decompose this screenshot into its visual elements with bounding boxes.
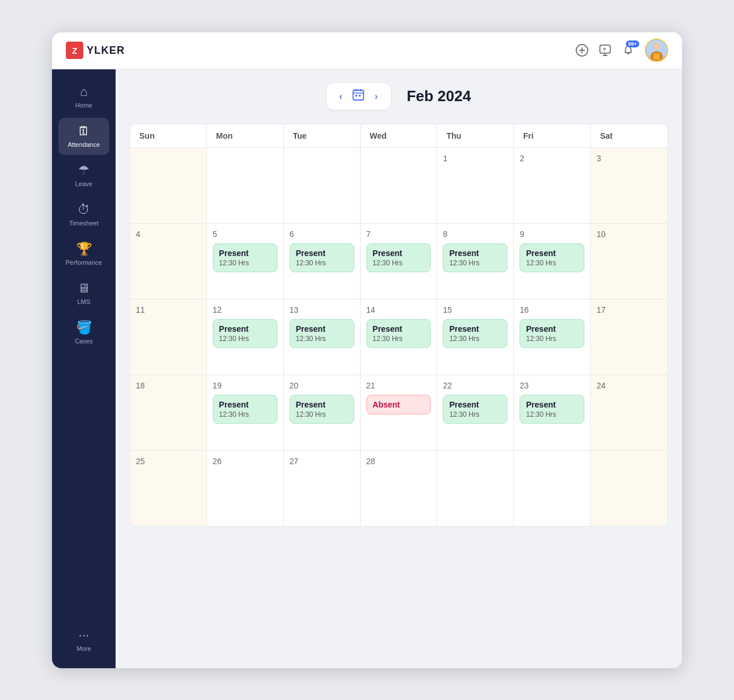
day-header-mon: Mon: [207, 124, 284, 147]
cal-cell: [514, 451, 591, 526]
day-header-sat: Sat: [591, 124, 668, 147]
calendar-icon: [351, 88, 365, 105]
event-time: 12:30 Hrs: [296, 259, 348, 267]
cal-cell: 24: [591, 375, 668, 450]
add-icon: [576, 44, 588, 57]
event-title: Present: [219, 324, 271, 334]
cal-cell: 1: [437, 148, 514, 223]
event-time: 12:30 Hrs: [373, 259, 425, 267]
event-card-present[interactable]: Present12:30 Hrs: [443, 395, 507, 424]
app-container: Z YLKER ?: [52, 32, 682, 668]
event-card-present[interactable]: Present12:30 Hrs: [213, 243, 277, 272]
help-icon: ?: [599, 44, 611, 57]
sidebar-item-attendance[interactable]: 🗓 Attendance: [58, 118, 109, 155]
cal-cell: 15Present12:30 Hrs: [437, 299, 514, 375]
event-card-present[interactable]: Present12:30 Hrs: [290, 319, 354, 348]
cell-date: 4: [136, 229, 201, 239]
cell-date: 17: [596, 305, 662, 314]
day-header-sun: Sun: [130, 124, 207, 147]
event-card-present[interactable]: Present12:30 Hrs: [520, 319, 584, 348]
sidebar-label-cases: Cases: [75, 338, 92, 345]
event-card-present[interactable]: Present12:30 Hrs: [213, 395, 277, 424]
prev-month-button[interactable]: ‹: [336, 90, 346, 103]
logo-text: YLKER: [87, 45, 125, 57]
next-month-button[interactable]: ›: [371, 90, 381, 103]
cell-date: 8: [443, 229, 507, 239]
event-card-present[interactable]: Present12:30 Hrs: [366, 319, 431, 348]
event-title: Present: [373, 324, 425, 334]
attendance-icon: 🗓: [77, 125, 90, 138]
sidebar-item-cases[interactable]: 🪣 Cases: [58, 314, 109, 351]
cal-cell: 27: [284, 451, 361, 526]
event-title: Present: [449, 249, 501, 258]
cal-row: 1112Present12:30 Hrs13Present12:30 Hrs14…: [130, 299, 668, 375]
cal-cell: [284, 148, 361, 223]
cal-cell: 9Present12:30 Hrs: [514, 224, 591, 299]
cell-date: 7: [366, 229, 431, 239]
cal-cell: 12Present12:30 Hrs: [207, 299, 284, 375]
calendar-header: ‹ › Feb 2024: [129, 83, 668, 110]
cal-cell: 18: [130, 375, 207, 450]
event-card-present[interactable]: Present12:30 Hrs: [443, 243, 507, 272]
calendar-rows: 12345Present12:30 Hrs6Present12:30 Hrs7P…: [130, 148, 668, 526]
event-title: Present: [526, 249, 578, 258]
sidebar-item-performance[interactable]: 🏆 Performance: [58, 236, 109, 273]
event-title: Present: [296, 400, 348, 409]
cell-date: 20: [290, 381, 354, 390]
month-year-title: Feb 2024: [407, 87, 471, 105]
cases-icon: 🪣: [76, 321, 92, 334]
cell-date: 15: [443, 305, 507, 314]
day-header-thu: Thu: [437, 124, 514, 147]
cal-row: 25262728: [130, 451, 668, 526]
cal-cell: 5Present12:30 Hrs: [207, 224, 284, 299]
cal-cell: 25: [130, 451, 207, 526]
cal-cell: 19Present12:30 Hrs: [207, 375, 284, 450]
add-button[interactable]: [576, 44, 588, 57]
event-title: Present: [526, 324, 578, 334]
cell-date: 14: [366, 305, 431, 314]
cal-cell: 2: [514, 148, 591, 223]
cell-date: 11: [136, 305, 201, 314]
avatar[interactable]: [645, 39, 668, 62]
sidebar-label-home: Home: [75, 102, 92, 109]
help-button[interactable]: ?: [599, 44, 611, 57]
cal-cell: 7Present12:30 Hrs: [361, 224, 438, 299]
event-time: 12:30 Hrs: [449, 335, 501, 343]
cell-date: 26: [213, 457, 277, 466]
sidebar-item-timesheet[interactable]: ⏱ Timesheet: [58, 197, 109, 234]
logo: Z YLKER: [66, 42, 125, 59]
event-time: 12:30 Hrs: [219, 335, 271, 343]
event-card-present[interactable]: Present12:30 Hrs: [366, 243, 431, 272]
event-card-present[interactable]: Present12:30 Hrs: [443, 319, 507, 348]
event-title: Present: [219, 400, 271, 409]
event-time: 12:30 Hrs: [219, 259, 271, 267]
cal-cell: [437, 451, 514, 526]
event-card-present[interactable]: Present12:30 Hrs: [520, 243, 584, 272]
sidebar-item-lms[interactable]: 🖥 LMS: [58, 275, 109, 312]
sidebar-item-leave[interactable]: ☂ Leave: [58, 157, 109, 194]
event-card-absent[interactable]: Absent: [366, 395, 431, 414]
cal-row: 45Present12:30 Hrs6Present12:30 Hrs7Pres…: [130, 224, 668, 299]
event-card-present[interactable]: Present12:30 Hrs: [290, 243, 354, 272]
notifications-button[interactable]: 99+: [622, 44, 635, 57]
event-card-present[interactable]: Present12:30 Hrs: [213, 319, 277, 348]
cal-cell: 4: [130, 224, 207, 299]
day-header-tue: Tue: [284, 124, 361, 147]
event-card-present[interactable]: Present12:30 Hrs: [290, 395, 354, 424]
cell-date: 27: [290, 457, 354, 466]
sidebar-item-home[interactable]: ⌂ Home: [58, 79, 109, 116]
sidebar-item-more[interactable]: ··· More: [58, 622, 109, 659]
cell-date: 19: [213, 381, 277, 390]
sidebar-label-timesheet: Timesheet: [69, 220, 99, 227]
cell-date: 16: [520, 305, 584, 314]
cell-date: 13: [290, 305, 354, 314]
event-time: 12:30 Hrs: [449, 259, 501, 267]
event-time: 12:30 Hrs: [296, 335, 348, 343]
cal-cell: 21Absent: [361, 375, 438, 450]
event-title: Present: [373, 249, 425, 258]
more-icon: ···: [79, 629, 89, 642]
cell-date: 10: [596, 229, 662, 239]
cal-row: 1819Present12:30 Hrs20Present12:30 Hrs21…: [130, 375, 668, 451]
svg-rect-19: [359, 95, 361, 97]
event-card-present[interactable]: Present12:30 Hrs: [520, 395, 584, 424]
